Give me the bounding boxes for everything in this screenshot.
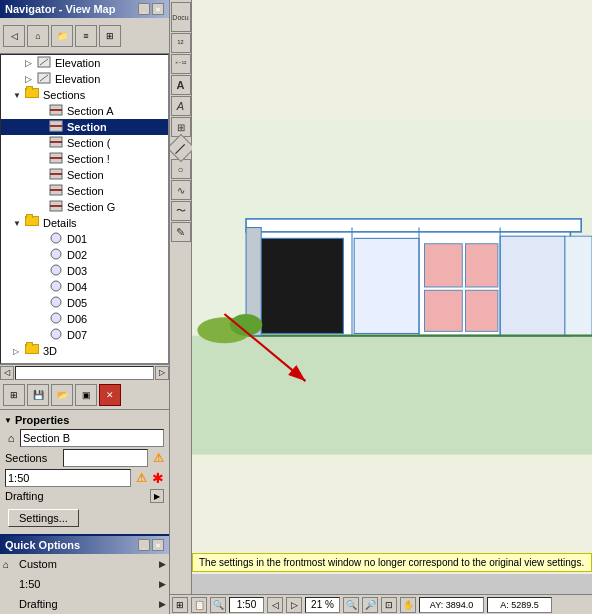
- properties-title: Properties: [15, 414, 69, 426]
- navigator-panel: Navigator - View Map _ × ◁ ⌂ 📁 ≡ ⊞ ▷: [0, 0, 170, 614]
- svg-point-19: [51, 249, 61, 259]
- expander-3d[interactable]: ▷: [13, 347, 25, 356]
- pen-btn[interactable]: ✎: [171, 222, 191, 242]
- diagonal-line-btn[interactable]: |: [170, 134, 195, 162]
- svg-rect-32: [424, 290, 462, 331]
- layout-btn[interactable]: ▣: [75, 384, 97, 406]
- tree-item-D02[interactable]: D02: [1, 247, 168, 263]
- D02-icon: [49, 248, 65, 262]
- folder2-btn[interactable]: 📂: [51, 384, 73, 406]
- tree-item-D04[interactable]: D04: [1, 279, 168, 295]
- tree-item-D06[interactable]: D06: [1, 311, 168, 327]
- scale-value: 1:50: [5, 469, 131, 487]
- qo-row-drafting[interactable]: Drafting ▶: [0, 594, 169, 614]
- tree-item-sectionD[interactable]: Section !: [1, 151, 168, 167]
- italic-A-btn[interactable]: A: [171, 96, 191, 116]
- properties-header[interactable]: ▼ Properties: [2, 412, 167, 428]
- tree-item-sectionB[interactable]: Section: [1, 119, 168, 135]
- elevation2-icon: [37, 72, 53, 86]
- tree-hscrollbar[interactable]: ◁ ▷: [0, 364, 169, 380]
- tree-item-D05[interactable]: D05: [1, 295, 168, 311]
- tree-item-D03[interactable]: D03: [1, 263, 168, 279]
- svg-rect-34: [466, 290, 498, 331]
- qo-row-custom[interactable]: ⌂ Custom ▶: [0, 554, 169, 574]
- zoom-in-btn[interactable]: 🔍: [343, 597, 359, 613]
- drafting-expand-btn[interactable]: ▶: [150, 489, 164, 503]
- D03-icon: [49, 264, 65, 278]
- nav-list-btn[interactable]: ≡: [75, 25, 97, 47]
- zoom-out-btn[interactable]: 🔎: [362, 597, 378, 613]
- prop-name-row: ⌂: [2, 428, 167, 448]
- expander-sections[interactable]: ▼: [13, 91, 25, 100]
- save-btn[interactable]: 💾: [27, 384, 49, 406]
- D06-label: D06: [67, 313, 87, 325]
- scroll-left-btn[interactable]: ◁: [0, 366, 14, 380]
- status-icon3[interactable]: 🔍: [210, 597, 226, 613]
- qo-minimize-btn[interactable]: _: [138, 539, 150, 551]
- tree-item-elevation1[interactable]: ▷ Elevation: [1, 55, 168, 71]
- status-prev-btn[interactable]: ◁: [267, 597, 283, 613]
- expander-details[interactable]: ▼: [13, 219, 25, 228]
- subscript-btn[interactable]: ˣ⁻¹²: [171, 54, 191, 74]
- sections-warning-icon: ⚠: [153, 451, 164, 465]
- tree-item-sectionE[interactable]: Section: [1, 167, 168, 183]
- D05-icon: [49, 296, 65, 310]
- svg-rect-30: [354, 238, 419, 333]
- nav-home-btn[interactable]: ⌂: [27, 25, 49, 47]
- tree-item-sectionC[interactable]: Section (: [1, 135, 168, 151]
- expander-elevation2[interactable]: ▷: [25, 74, 37, 84]
- close-btn[interactable]: ×: [152, 3, 164, 15]
- navigator-tree[interactable]: ▷ Elevation ▷ Elevation ▼: [0, 54, 169, 364]
- freehand-btn[interactable]: ∿: [171, 180, 191, 200]
- svg-point-21: [51, 281, 61, 291]
- elevation-icon: [37, 56, 53, 70]
- prop-drafting-row: Drafting ▶: [2, 488, 167, 504]
- quick-options-titlebar: Quick Options _ ×: [0, 536, 169, 554]
- status-next-btn[interactable]: ▷: [286, 597, 302, 613]
- name-input[interactable]: [20, 429, 164, 447]
- tree-item-3d-folder[interactable]: ▷ 3D: [1, 343, 168, 359]
- superscript-btn[interactable]: ¹²: [171, 33, 191, 53]
- minimize-btn[interactable]: _: [138, 3, 150, 15]
- qo-row-scale[interactable]: 1:50 ▶: [0, 574, 169, 594]
- settings-button[interactable]: Settings...: [8, 509, 79, 527]
- tree-item-D07[interactable]: D07: [1, 327, 168, 343]
- status-coord1: AY: 3894.0: [419, 597, 484, 613]
- tree-item-D01[interactable]: D01: [1, 231, 168, 247]
- scroll-right-btn[interactable]: ▷: [155, 366, 169, 380]
- expander-elevation1[interactable]: ▷: [25, 58, 37, 68]
- tree-item-sections-folder[interactable]: ▼ Sections: [1, 87, 168, 103]
- tree-item-elevation2[interactable]: ▷ Elevation: [1, 71, 168, 87]
- status-icon2[interactable]: 📋: [191, 597, 207, 613]
- sectionC-label: Section (: [67, 137, 110, 149]
- D03-label: D03: [67, 265, 87, 277]
- wave-btn[interactable]: 〜: [171, 201, 191, 221]
- drawing-area: Docu ¹² ˣ⁻¹² A A ⊞ | ○ ∿ 〜 ✎: [170, 0, 592, 614]
- qo-scale-arrow: ▶: [159, 579, 166, 589]
- qo-titlebar-buttons: _ ×: [138, 539, 164, 551]
- nav-back-btn[interactable]: ◁: [3, 25, 25, 47]
- tree-item-details-folder[interactable]: ▼ Details: [1, 215, 168, 231]
- D07-icon: [49, 328, 65, 342]
- close-doc-btn[interactable]: ✕: [99, 384, 121, 406]
- D07-label: D07: [67, 329, 87, 341]
- nav-folder-btn[interactable]: 📁: [51, 25, 73, 47]
- qo-close-btn[interactable]: ×: [152, 539, 164, 551]
- pan-btn[interactable]: ✋: [400, 597, 416, 613]
- status-icon1[interactable]: ⊞: [172, 597, 188, 613]
- fit-btn[interactable]: ⊡: [381, 597, 397, 613]
- nav-grid-btn[interactable]: ⊞: [99, 25, 121, 47]
- tree-item-sectionG[interactable]: Section G: [1, 199, 168, 215]
- open-doc-btn[interactable]: ⊞: [3, 384, 25, 406]
- docu-btn[interactable]: Docu: [171, 2, 191, 32]
- hscroll-track[interactable]: [15, 366, 154, 380]
- sectionE-label: Section: [67, 169, 104, 181]
- sectionB-icon: [49, 120, 65, 134]
- text-A-btn[interactable]: A: [171, 75, 191, 95]
- svg-point-43: [230, 314, 262, 336]
- properties-section: ▼ Properties ⌂ Sections ⚠ 1:50 ⚠ ✱: [0, 410, 169, 534]
- qo-custom-icon: ⌂: [3, 559, 17, 570]
- tree-item-sectionF[interactable]: Section: [1, 183, 168, 199]
- svg-rect-26: [192, 336, 592, 455]
- tree-item-sectionA[interactable]: Section A: [1, 103, 168, 119]
